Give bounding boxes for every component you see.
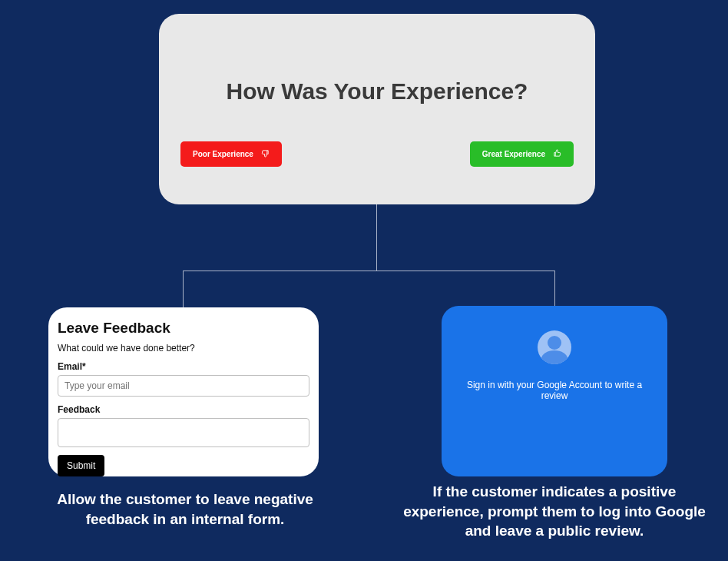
connector-line <box>183 271 554 271</box>
email-field[interactable] <box>58 375 309 397</box>
feedback-title: Leave Feedback <box>58 320 309 337</box>
google-signin-prompt: Sign in with your Google Account to writ… <box>455 380 654 401</box>
right-caption: If the customer indicates a positive exp… <box>393 482 716 541</box>
experience-prompt-card: How Was Your Experience? Poor Experience… <box>159 14 595 204</box>
poor-experience-label: Poor Experience <box>193 150 253 158</box>
feedback-form-card: Leave Feedback What could we have done b… <box>48 307 319 476</box>
great-experience-label: Great Experience <box>482 150 545 158</box>
feedback-subtitle: What could we have done better? <box>58 343 309 354</box>
experience-buttons-row: Poor Experience Great Experience <box>177 141 577 167</box>
experience-prompt-title: How Was Your Experience? <box>177 78 577 105</box>
user-avatar-icon <box>538 330 571 364</box>
submit-button[interactable]: Submit <box>58 455 104 476</box>
connector-line <box>183 271 184 309</box>
feedback-label: Feedback <box>58 404 309 415</box>
left-caption: Allow the customer to leave negative fee… <box>28 490 342 529</box>
poor-experience-button[interactable]: Poor Experience <box>180 141 282 167</box>
connector-line <box>376 204 377 271</box>
feedback-textarea[interactable] <box>58 418 309 447</box>
thumbs-down-icon <box>261 149 270 159</box>
thumbs-up-icon <box>553 149 561 159</box>
connector-line <box>554 271 555 309</box>
great-experience-button[interactable]: Great Experience <box>470 141 574 167</box>
google-signin-card: Sign in with your Google Account to writ… <box>442 306 667 476</box>
email-label: Email* <box>58 361 309 372</box>
